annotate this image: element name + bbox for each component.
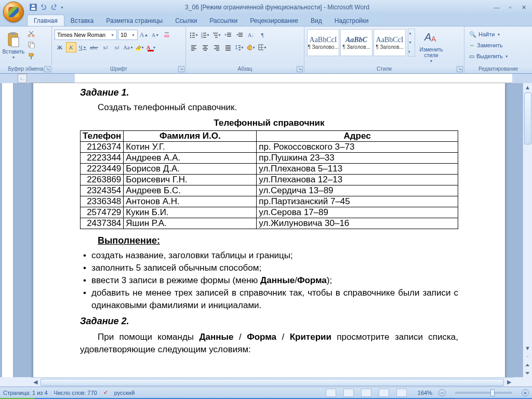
increase-indent-button[interactable] — [234, 30, 245, 40]
replace-button[interactable]: ↔Заменить — [467, 40, 504, 50]
borders-button[interactable]: ▼ — [257, 42, 268, 52]
vertical-scrollbar[interactable]: ▲ ▼ ◦ ⏶ ⏷ — [523, 83, 532, 377]
styles-launcher[interactable]: ↘ — [457, 66, 463, 72]
tab-selector[interactable]: ∟ — [18, 74, 27, 83]
document-page[interactable]: Задание 1. Создать телефонный справочник… — [33, 83, 505, 377]
align-center-button[interactable] — [200, 42, 210, 52]
decrease-indent-button[interactable] — [223, 30, 233, 40]
tab-references[interactable]: Ссылки — [169, 15, 203, 26]
zoom-slider[interactable] — [455, 392, 512, 394]
task1-body: Создать телефонный справочник. — [80, 102, 458, 113]
tab-view[interactable]: Вид — [304, 15, 328, 26]
style-item[interactable]: AaBbCcI¶ Заголов... — [374, 29, 406, 56]
status-page[interactable]: Страница: 1 из 4 — [3, 390, 48, 396]
italic-button[interactable]: К — [66, 42, 76, 52]
minimize-button[interactable]: — — [490, 3, 503, 11]
vertical-ruler[interactable] — [2, 83, 14, 377]
style-gallery[interactable]: AaBbCcI¶ Заголово... AaBbC¶ Заголов... A… — [307, 29, 406, 57]
view-full-screen[interactable] — [343, 389, 354, 397]
justify-button[interactable] — [223, 42, 233, 52]
style-item[interactable]: AaBbCcI¶ Заголово... — [307, 29, 339, 56]
redo-icon[interactable] — [50, 3, 58, 11]
select-button[interactable]: ▭Выделить▼ — [467, 51, 511, 61]
view-web-layout[interactable] — [361, 389, 371, 397]
office-button[interactable] — [3, 2, 24, 22]
font-name-combo[interactable]: Times New Roman▼ — [55, 30, 117, 40]
spellcheck-icon[interactable]: ✓ — [103, 389, 108, 396]
undo-icon[interactable] — [39, 3, 48, 11]
table-row: 2223344Андреев А.А.пр.Пушкина 23–33 — [81, 153, 458, 164]
font-size-combo[interactable]: 10▼ — [118, 30, 138, 40]
align-right-button[interactable] — [211, 42, 222, 52]
find-button[interactable]: 🔍Найти▼ — [467, 29, 502, 39]
svg-rect-27 — [214, 35, 218, 36]
style-item[interactable]: AaBbC¶ Заголов... — [340, 29, 373, 56]
show-marks-button[interactable]: ¶ — [257, 30, 268, 40]
zoom-out-button[interactable]: − — [438, 389, 446, 396]
status-language[interactable]: русский — [114, 390, 135, 396]
tab-addins[interactable]: Надстройки — [328, 15, 375, 26]
copy-button[interactable] — [26, 39, 36, 50]
multilevel-list-button[interactable]: ▼ — [211, 30, 222, 40]
svg-rect-19 — [192, 37, 195, 38]
svg-rect-2 — [32, 5, 35, 7]
save-icon[interactable] — [29, 3, 37, 11]
line-spacing-button[interactable]: ▼ — [234, 42, 245, 52]
align-left-button[interactable] — [189, 42, 199, 52]
scroll-down-icon[interactable]: ▼ — [523, 344, 532, 352]
clear-formatting-button[interactable] — [162, 30, 172, 40]
superscript-button[interactable]: x2 — [112, 42, 122, 52]
svg-rect-33 — [238, 34, 243, 35]
grow-font-button[interactable]: A▲ — [139, 30, 149, 40]
change-case-button[interactable]: Aa▼ — [123, 42, 134, 52]
maximize-button[interactable]: ▫ — [504, 3, 516, 11]
format-painter-button[interactable] — [26, 51, 36, 61]
cut-button[interactable] — [26, 28, 36, 38]
tab-review[interactable]: Рецензирование — [244, 15, 304, 26]
table-row: 2263869Борисевич Г.Н.ул.Плеханова 12–13 — [81, 175, 458, 185]
svg-rect-56 — [261, 45, 262, 50]
browse-object-icon[interactable]: ◦ — [523, 352, 532, 361]
clipboard-launcher[interactable]: ↘ — [44, 66, 50, 72]
style-gallery-scroll[interactable]: ▲▼▾ — [408, 29, 415, 57]
view-draft[interactable] — [396, 389, 407, 397]
svg-text:A: A — [431, 35, 436, 43]
view-outline[interactable] — [379, 389, 389, 397]
scroll-up-icon[interactable]: ▲ — [523, 83, 532, 91]
ribbon: Вставить ▼ Буфер обмена↘ Times New Roman… — [0, 26, 532, 74]
sort-button[interactable]: А↓ — [246, 30, 256, 40]
change-styles-button[interactable]: AA Изменить стили▼ — [417, 29, 446, 63]
prev-page-icon[interactable]: ⏶ — [523, 361, 532, 369]
table-row: 2437384Яшин Р.А.ул.Жилуновича 30–16 — [81, 218, 458, 229]
next-page-icon[interactable]: ⏷ — [523, 369, 532, 377]
highlight-button[interactable]: ▼ — [135, 42, 145, 52]
paste-button[interactable]: Вставить ▼ — [3, 28, 24, 62]
bullets-button[interactable]: ▼ — [189, 30, 199, 40]
tab-insert[interactable]: Вставка — [64, 15, 100, 26]
zoom-in-button[interactable]: + — [522, 389, 529, 396]
close-button[interactable]: ✕ — [517, 3, 530, 11]
qat-dropdown-icon[interactable]: ▼ — [60, 6, 64, 9]
svg-rect-30 — [227, 34, 231, 35]
zoom-level[interactable]: 164% — [418, 390, 432, 396]
svg-rect-28 — [215, 37, 218, 38]
tab-mailings[interactable]: Рассылки — [203, 15, 244, 26]
bold-button[interactable]: Ж — [55, 42, 65, 52]
tab-page-layout[interactable]: Разметка страницы — [100, 15, 169, 26]
phonebook-table: Телефон Фамилия И.О. Адрес 2126374Котин … — [80, 130, 458, 229]
numbering-button[interactable]: 123▼ — [200, 30, 210, 40]
execution-list: создать название, заголовки таблицы и гр… — [83, 249, 458, 312]
paragraph-launcher[interactable]: ↘ — [297, 66, 303, 72]
font-launcher[interactable]: ↘ — [178, 66, 184, 72]
horizontal-ruler[interactable]: ∟ — [29, 74, 512, 83]
strikethrough-button[interactable]: abc — [89, 42, 99, 52]
tab-home[interactable]: Главная — [27, 15, 64, 26]
underline-button[interactable]: Ч▼ — [77, 42, 88, 52]
view-print-layout[interactable] — [326, 389, 336, 397]
status-words[interactable]: Число слов: 770 — [54, 390, 97, 396]
horizontal-scrollbar[interactable]: ◀ ▶ — [31, 377, 513, 387]
shrink-font-button[interactable]: A▼ — [150, 30, 161, 40]
font-color-button[interactable]: A▼ — [146, 42, 156, 52]
subscript-button[interactable]: x2 — [100, 42, 111, 52]
shading-button[interactable]: ▼ — [246, 42, 256, 52]
